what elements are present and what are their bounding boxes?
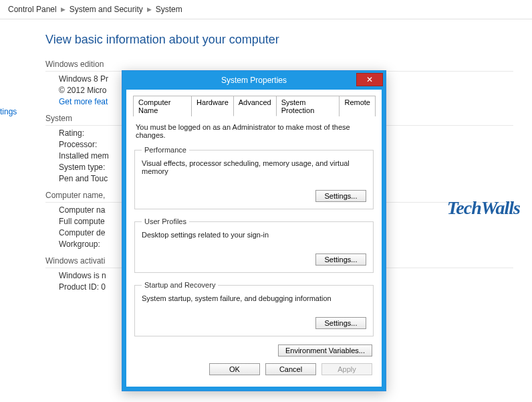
user-profiles-description: Desktop settings related to your sign-in (142, 231, 366, 239)
tab-computer-name[interactable]: Computer Name (133, 96, 192, 116)
performance-settings-button[interactable]: Settings... (315, 190, 366, 202)
startup-recovery-settings-button[interactable]: Settings... (315, 317, 366, 329)
chevron-right-icon: ▶ (147, 6, 152, 13)
close-icon: ✕ (366, 75, 373, 84)
tab-remote[interactable]: Remote (339, 96, 376, 116)
apply-button[interactable]: Apply (321, 363, 372, 375)
fieldset-performance: Performance Visual effects, processor sc… (134, 146, 374, 209)
dialog-titlebar[interactable]: System Properties ✕ (122, 71, 386, 90)
dialog-title: System Properties (221, 76, 287, 85)
legend-performance: Performance (142, 146, 189, 154)
close-button[interactable]: ✕ (356, 73, 383, 86)
tab-system-protection[interactable]: System Protection (276, 96, 340, 116)
page-title: View basic information about your comput… (45, 33, 532, 47)
user-profiles-settings-button[interactable]: Settings... (315, 254, 366, 266)
cancel-button[interactable]: Cancel (265, 363, 316, 375)
watermark: TechWalls (447, 197, 520, 219)
fieldset-startup-recovery: Startup and Recovery System startup, sys… (134, 281, 374, 336)
sidebar-link-fragment[interactable]: tings (0, 107, 17, 116)
chevron-right-icon: ▶ (61, 6, 65, 13)
tab-strip: Computer Name Hardware Advanced System P… (133, 95, 375, 116)
fieldset-user-profiles: User Profiles Desktop settings related t… (134, 217, 374, 273)
legend-user-profiles: User Profiles (142, 217, 189, 225)
system-properties-dialog: System Properties ✕ Computer Name Hardwa… (122, 70, 386, 391)
admin-info-text: You must be logged on as an Administrato… (136, 123, 372, 139)
legend-startup-recovery: Startup and Recovery (142, 281, 218, 289)
breadcrumb: Control Panel ▶ System and Security ▶ Sy… (0, 0, 532, 19)
performance-description: Visual effects, processor scheduling, me… (142, 159, 366, 175)
environment-variables-button[interactable]: Environment Variables... (278, 344, 372, 357)
ok-button[interactable]: OK (209, 363, 260, 375)
breadcrumb-system[interactable]: System (156, 5, 182, 14)
startup-recovery-description: System startup, system failure, and debu… (142, 294, 366, 302)
section-windows-edition: Windows edition (45, 58, 513, 72)
breadcrumb-system-security[interactable]: System and Security (70, 5, 143, 14)
tab-hardware[interactable]: Hardware (191, 96, 234, 116)
tab-advanced[interactable]: Advanced (233, 96, 277, 116)
breadcrumb-control-panel[interactable]: Control Panel (8, 5, 57, 14)
